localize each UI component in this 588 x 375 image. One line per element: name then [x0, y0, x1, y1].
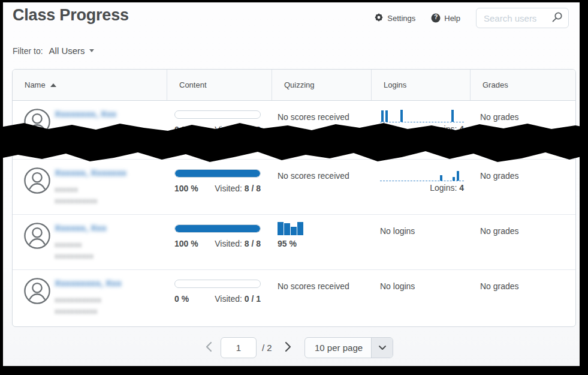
logins-status: No logins — [380, 226, 415, 236]
student-name-link[interactable]: Xxxxxxxx, Xxx — [55, 109, 116, 119]
quizzing-status: No scores received — [278, 112, 349, 122]
table-row: Xxxxxx, Xxx xxxxxxx xxxxxxxxxx 100 % Vis… — [13, 215, 575, 270]
gear-icon — [374, 13, 384, 24]
chevron-down-icon — [371, 338, 393, 358]
sort-asc-icon — [50, 83, 56, 87]
logins-sparkline — [380, 166, 464, 181]
grades-status: No grades — [480, 112, 519, 122]
search-icon[interactable] — [551, 11, 563, 25]
content-progress-bar — [174, 110, 261, 119]
help-icon: ? — [431, 13, 441, 23]
help-label: Help — [444, 14, 460, 23]
filter-value: All Users — [49, 46, 85, 56]
search-box — [476, 8, 569, 28]
class-progress-page: Class Progress Settings ? Help — [3, 2, 580, 366]
settings-label: Settings — [387, 14, 415, 23]
student-username: xxxxxx — [55, 185, 78, 194]
quizzing-bar-chart — [278, 222, 307, 235]
student-name-link[interactable]: Xxxxxxxxx, Xxx — [55, 278, 122, 288]
search-input[interactable] — [477, 13, 551, 23]
content-progress-bar — [174, 280, 261, 288]
settings-button[interactable]: Settings — [374, 13, 415, 24]
table-row: Xxxxxx, Xxxxxxx xxxxxx xxxxxxxxxxx 100 %… — [13, 160, 575, 215]
help-button[interactable]: ? Help — [431, 13, 460, 23]
filter-row: Filter to: All Users — [13, 46, 94, 56]
student-org-id: xxxxxxxxxxx — [55, 196, 98, 205]
column-header-quizzing[interactable]: Quizzing — [272, 70, 371, 100]
page-number-input[interactable] — [221, 337, 257, 358]
per-page-select[interactable]: 10 per page — [304, 337, 393, 358]
logins-status: No logins — [380, 281, 415, 291]
avatar[interactable] — [23, 167, 51, 194]
logins-count: Logins: 4 — [380, 183, 464, 193]
student-name-link[interactable]: Xxxxxx, Xxx — [55, 223, 107, 233]
chevron-down-icon — [89, 49, 94, 52]
previous-page-button[interactable] — [202, 340, 215, 355]
content-visited: Visited: 8 / 8 — [174, 184, 261, 193]
table-row: Xxxxxxxxx, Xxx xxxxxxxxxxxx xxxxxxxxxxx … — [13, 270, 575, 326]
column-header-grades[interactable]: Grades — [470, 70, 575, 100]
content-progress-fill — [175, 225, 260, 232]
filter-dropdown[interactable]: All Users — [49, 46, 94, 56]
content-visited: Visited: 0 / 1 — [174, 294, 261, 304]
quizzing-score: 95 % — [278, 239, 297, 248]
top-actions: Settings ? Help — [374, 7, 569, 29]
grades-status: No grades — [480, 171, 519, 181]
logins-sparkline — [380, 107, 464, 122]
next-page-button[interactable] — [281, 340, 294, 355]
grades-status: No grades — [480, 226, 519, 236]
table-header: Name Content Quizzing Logins Grades — [13, 70, 575, 101]
content-visited: Visited: 8 / 8 — [174, 239, 261, 248]
grades-status: No grades — [480, 281, 519, 291]
student-username: xxxxxxxxxxxx — [55, 295, 101, 304]
column-header-logins[interactable]: Logins — [371, 70, 470, 100]
page-title: Class Progress — [13, 6, 129, 25]
student-org-id: xxxxxxxxxx — [55, 251, 94, 260]
filter-label: Filter to: — [13, 46, 43, 56]
content-progress-fill — [175, 170, 260, 177]
content-progress-bar — [174, 224, 261, 233]
page-total: / 2 — [262, 343, 272, 353]
screenshot-frame: Class Progress Settings ? Help — [0, 0, 588, 375]
student-org-id: xxxxxxxxxxx — [55, 307, 98, 316]
student-username: xxxxxxx — [55, 240, 82, 249]
column-header-name[interactable]: Name — [13, 70, 167, 100]
quizzing-status: No scores received — [278, 281, 349, 291]
column-header-content[interactable]: Content — [167, 70, 272, 100]
quizzing-status: No scores received — [278, 171, 349, 181]
student-name-link[interactable]: Xxxxxx, Xxxxxxx — [55, 167, 126, 178]
avatar[interactable] — [23, 277, 51, 305]
per-page-value: 10 per page — [305, 343, 371, 353]
content-progress-bar — [174, 169, 261, 178]
avatar[interactable] — [23, 222, 51, 250]
class-progress-table: Name Content Quizzing Logins Grades Xxxx… — [12, 69, 576, 327]
